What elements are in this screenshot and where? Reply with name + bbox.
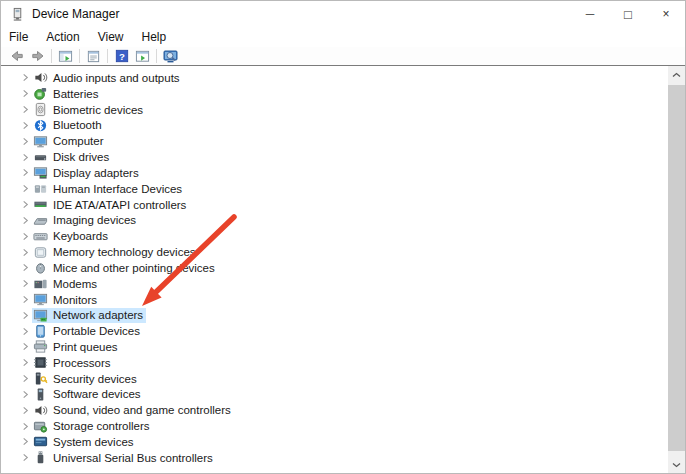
tree-item-label: Network adapters bbox=[53, 309, 143, 321]
chevron-right-icon[interactable] bbox=[18, 292, 32, 308]
tree-item[interactable]: Display adapters bbox=[1, 165, 668, 181]
tree-item[interactable]: Disk drives bbox=[1, 149, 668, 165]
tree-item[interactable]: Bluetooth bbox=[1, 117, 668, 133]
tree-item[interactable]: Mice and other pointing devices bbox=[1, 260, 668, 276]
tree-item[interactable]: Software devices bbox=[1, 387, 668, 403]
forward-button[interactable] bbox=[27, 48, 48, 65]
tree-item[interactable]: Computer bbox=[1, 133, 668, 149]
chevron-right-icon[interactable] bbox=[18, 212, 32, 228]
properties-button[interactable] bbox=[83, 48, 104, 65]
tree-item-label: Computer bbox=[53, 135, 104, 147]
tree-item[interactable]: Biometric devices bbox=[1, 102, 668, 118]
tree-item[interactable]: Processors bbox=[1, 355, 668, 371]
system-device-icon bbox=[33, 434, 48, 449]
tree-item[interactable]: Imaging devices bbox=[1, 212, 668, 228]
chevron-right-icon[interactable] bbox=[18, 434, 32, 450]
tree-item-label: Audio inputs and outputs bbox=[53, 72, 180, 84]
menu-item-action[interactable]: Action bbox=[38, 28, 87, 46]
minimize-button[interactable]: ─ bbox=[571, 1, 609, 27]
tree-item-label: Batteries bbox=[53, 88, 98, 100]
scroll-up-button[interactable] bbox=[668, 66, 685, 83]
back-arrow-icon bbox=[9, 48, 25, 64]
speaker-icon bbox=[33, 70, 48, 85]
show-console-tree-button[interactable] bbox=[55, 48, 76, 65]
tree-item[interactable]: Security devices bbox=[1, 371, 668, 387]
tree-item[interactable]: Network adapters bbox=[1, 307, 668, 323]
tree-item[interactable]: IDE ATA/ATAPI controllers bbox=[1, 197, 668, 213]
action-pane-icon bbox=[135, 49, 150, 64]
chevron-right-icon[interactable] bbox=[18, 387, 32, 403]
chevron-right-icon[interactable] bbox=[18, 70, 32, 86]
chevron-right-icon[interactable] bbox=[18, 133, 32, 149]
chevron-up-icon bbox=[672, 72, 681, 78]
chevron-right-icon[interactable] bbox=[18, 307, 32, 323]
tree-item[interactable]: Storage controllers bbox=[1, 418, 668, 434]
window-title: Device Manager bbox=[32, 7, 119, 21]
chevron-right-icon[interactable] bbox=[18, 402, 32, 418]
help-button[interactable] bbox=[111, 48, 132, 65]
tree-item-label: Sound, video and game controllers bbox=[53, 404, 231, 416]
imaging-icon bbox=[33, 213, 48, 228]
tree-item-label: Human Interface Devices bbox=[53, 183, 182, 195]
tree-item[interactable]: Keyboards bbox=[1, 228, 668, 244]
computer-icon bbox=[33, 134, 48, 149]
tree-item-label: System devices bbox=[53, 436, 134, 448]
tree-item-label: Processors bbox=[53, 357, 111, 369]
tree-item-label: Portable Devices bbox=[53, 325, 140, 337]
modem-icon bbox=[33, 276, 48, 291]
toolbar-separator bbox=[79, 49, 80, 63]
chevron-right-icon[interactable] bbox=[18, 323, 32, 339]
toolbar-separator bbox=[107, 49, 108, 63]
menu-item-file[interactable]: File bbox=[9, 28, 36, 46]
chevron-right-icon[interactable] bbox=[18, 165, 32, 181]
tree-item-label: Universal Serial Bus controllers bbox=[53, 452, 213, 464]
keyboard-icon bbox=[33, 229, 48, 244]
mouse-icon bbox=[33, 260, 48, 275]
chevron-right-icon[interactable] bbox=[18, 418, 32, 434]
close-button[interactable]: × bbox=[647, 1, 685, 27]
chevron-right-icon[interactable] bbox=[18, 371, 32, 387]
menu-item-help[interactable]: Help bbox=[134, 28, 175, 46]
chevron-right-icon[interactable] bbox=[18, 228, 32, 244]
scrollbar-thumb[interactable] bbox=[668, 85, 685, 451]
toolbar bbox=[1, 47, 685, 65]
tree-item[interactable]: Modems bbox=[1, 276, 668, 292]
menu-bar: File Action View Help bbox=[1, 27, 685, 47]
toolbar-separator bbox=[51, 49, 52, 63]
action-pane-button[interactable] bbox=[132, 48, 153, 65]
tree-item[interactable]: Monitors bbox=[1, 292, 668, 308]
tree-item[interactable]: Portable Devices bbox=[1, 323, 668, 339]
device-tree: Audio inputs and outputs Batteries Biome… bbox=[1, 70, 668, 473]
tree-item[interactable]: Audio inputs and outputs bbox=[1, 70, 668, 86]
chevron-right-icon[interactable] bbox=[18, 260, 32, 276]
chevron-right-icon[interactable] bbox=[18, 339, 32, 355]
software-device-icon bbox=[33, 387, 48, 402]
memory-card-icon bbox=[33, 245, 48, 260]
speaker-icon bbox=[33, 403, 48, 418]
tree-item[interactable]: Human Interface Devices bbox=[1, 181, 668, 197]
scroll-down-button[interactable] bbox=[668, 456, 685, 473]
menu-item-view[interactable]: View bbox=[90, 28, 132, 46]
chevron-right-icon[interactable] bbox=[18, 181, 32, 197]
back-button[interactable] bbox=[6, 48, 27, 65]
chevron-right-icon[interactable] bbox=[18, 355, 32, 371]
tree-item[interactable]: Universal Serial Bus controllers bbox=[1, 450, 668, 466]
maximize-button[interactable]: □ bbox=[609, 1, 647, 27]
tree-item[interactable]: Memory technology devices bbox=[1, 244, 668, 260]
vertical-scrollbar[interactable] bbox=[668, 66, 685, 473]
tree-item[interactable]: System devices bbox=[1, 434, 668, 450]
disk-icon bbox=[33, 150, 48, 165]
chevron-right-icon[interactable] bbox=[18, 197, 32, 213]
chevron-right-icon[interactable] bbox=[18, 276, 32, 292]
chevron-right-icon[interactable] bbox=[18, 450, 32, 466]
tree-item[interactable]: Sound, video and game controllers bbox=[1, 402, 668, 418]
chevron-right-icon[interactable] bbox=[18, 149, 32, 165]
scan-hardware-changes-button[interactable] bbox=[160, 48, 181, 65]
device-manager-icon bbox=[10, 7, 25, 22]
chevron-right-icon[interactable] bbox=[18, 102, 32, 118]
tree-item[interactable]: Batteries bbox=[1, 86, 668, 102]
chevron-right-icon[interactable] bbox=[18, 117, 32, 133]
chevron-right-icon[interactable] bbox=[18, 86, 32, 102]
tree-item[interactable]: Print queues bbox=[1, 339, 668, 355]
chevron-right-icon[interactable] bbox=[18, 244, 32, 260]
